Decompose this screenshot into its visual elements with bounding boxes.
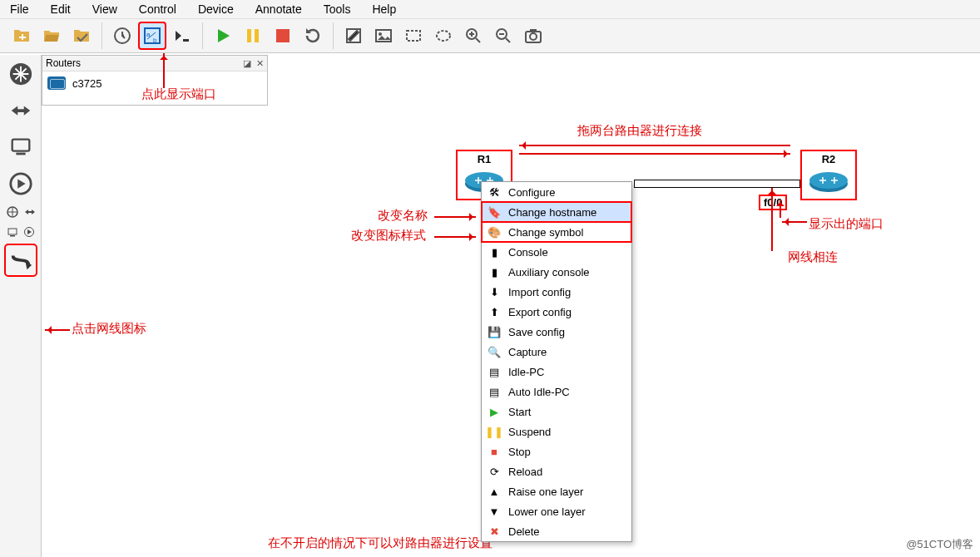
ctx-start[interactable]: ▶Start	[482, 402, 631, 421]
main-toolbar: ab	[0, 18, 980, 53]
symbol-icon: 🎨	[487, 224, 502, 239]
draw-rectangle-button[interactable]	[400, 22, 427, 49]
switches-category-button[interactable]	[5, 95, 37, 126]
menu-bar: File Edit View Control Device Annotate T…	[0, 0, 980, 18]
routers-category-button[interactable]	[5, 58, 37, 90]
layer-down-icon: ▼	[487, 504, 502, 519]
menu-tools[interactable]: Tools	[320, 2, 354, 17]
ctx-lower-layer[interactable]: ▼Lower one layer	[482, 501, 631, 521]
svg-rect-23	[10, 235, 15, 237]
ctx-auto-idle-pc[interactable]: ▤Auto Idle-PC	[482, 382, 631, 402]
watermark: @51CTO博客	[906, 537, 973, 552]
router-template-label: c3725	[72, 77, 101, 90]
menu-view[interactable]: View	[89, 2, 121, 17]
svg-point-28	[809, 172, 848, 189]
svg-point-9	[379, 32, 382, 36]
anno-change-name: 改变名称	[378, 208, 428, 224]
anno-show-port: 点此显示端口	[141, 86, 216, 102]
terminal-icon: ▮	[487, 244, 502, 259]
ctx-save-config[interactable]: 💾Save config	[482, 322, 631, 342]
svg-point-11	[437, 31, 450, 41]
menu-annotate[interactable]: Annotate	[252, 2, 305, 17]
tag-icon: 🔖	[487, 205, 502, 219]
node-r2-label: R2	[804, 153, 854, 165]
console-all-button[interactable]	[169, 22, 196, 49]
save-icon: 💾	[487, 324, 502, 339]
svg-rect-10	[407, 31, 420, 41]
panel-undock-icon[interactable]: ◪	[243, 58, 251, 69]
reload-icon: ⟳	[487, 464, 502, 479]
ctx-configure[interactable]: 🛠Configure	[482, 182, 631, 202]
ctx-aux-console[interactable]: ▮Auxiliary console	[482, 262, 631, 282]
anno-wired: 网线相连	[788, 249, 838, 265]
terminal-icon: ▮	[487, 264, 502, 279]
security-category-button[interactable]	[5, 168, 37, 200]
ctx-change-hostname[interactable]: 🔖Change hostname	[482, 202, 631, 222]
menu-edit[interactable]: Edit	[47, 2, 74, 17]
router-icon	[808, 167, 849, 194]
ctx-raise-layer[interactable]: ▲Raise one layer	[482, 481, 631, 501]
anno-click-cable: 点击网线图标	[72, 321, 146, 337]
browse-all2-button[interactable]	[22, 205, 37, 219]
browse-fw-button[interactable]	[22, 224, 37, 239]
open-project-button[interactable]	[38, 22, 65, 49]
save-project-button[interactable]	[68, 22, 95, 49]
menu-device[interactable]: Device	[195, 2, 237, 17]
snapshot-button[interactable]	[109, 22, 136, 49]
svg-point-15	[530, 33, 537, 40]
add-link-button[interactable]	[5, 244, 37, 276]
node-context-menu: 🛠Configure 🔖Change hostname 🎨Change symb…	[481, 181, 632, 542]
panel-title: Routers	[46, 57, 81, 69]
ctx-change-symbol[interactable]: 🎨Change symbol	[482, 222, 631, 242]
play-icon: ▶	[487, 404, 502, 419]
ctx-reload[interactable]: ⟳Reload	[482, 461, 631, 481]
panel-close-icon[interactable]: ✕	[256, 58, 264, 69]
zoom-out-button[interactable]	[490, 22, 517, 49]
anno-note: 在不开启的情况下可以对路由器进行设置	[268, 535, 492, 551]
browse-all-button[interactable]	[5, 205, 20, 219]
anno-shown-port: 显示出的端口	[809, 216, 883, 232]
svg-rect-19	[16, 153, 25, 155]
menu-control[interactable]: Control	[136, 2, 180, 17]
insert-image-button[interactable]	[370, 22, 397, 49]
ctx-idle-pc[interactable]: ▤Idle-PC	[482, 362, 631, 382]
menu-help[interactable]: Help	[369, 2, 399, 17]
end-devices-category-button[interactable]	[5, 131, 37, 163]
ctx-import-config[interactable]: ⬇Import config	[482, 282, 631, 302]
capture-icon: 🔍	[487, 344, 502, 359]
svg-rect-16	[530, 29, 537, 32]
node-r2[interactable]: R2	[804, 153, 854, 197]
zoom-in-button[interactable]	[460, 22, 487, 49]
cpu-icon: ▤	[487, 364, 502, 379]
ctx-console[interactable]: ▮Console	[482, 242, 631, 262]
export-icon: ⬆	[487, 304, 502, 319]
svg-rect-5	[255, 29, 259, 42]
svg-rect-4	[247, 29, 251, 42]
wrench-icon: 🛠	[487, 185, 502, 200]
browse-pc-button[interactable]	[5, 224, 20, 239]
start-all-button[interactable]	[210, 22, 236, 49]
anno-drag-connect: 拖两台路由器进行连接	[577, 123, 702, 139]
import-icon: ⬇	[487, 284, 502, 299]
pause-all-button[interactable]	[240, 22, 266, 49]
ctx-suspend[interactable]: ❚❚Suspend	[482, 421, 631, 441]
new-project-button[interactable]	[8, 22, 35, 49]
screenshot-button[interactable]	[520, 22, 547, 49]
svg-rect-6	[276, 29, 290, 42]
ctx-export-config[interactable]: ⬆Export config	[482, 302, 631, 322]
ctx-capture[interactable]: 🔍Capture	[482, 342, 631, 362]
ctx-delete[interactable]: ✖Delete	[482, 521, 631, 541]
layer-up-icon: ▲	[487, 484, 502, 499]
svg-rect-18	[12, 140, 29, 151]
add-note-button[interactable]	[340, 22, 367, 49]
delete-icon: ✖	[487, 524, 502, 539]
stop-all-button[interactable]	[270, 22, 296, 49]
draw-ellipse-button[interactable]	[430, 22, 457, 49]
show-port-labels-button[interactable]: ab	[139, 22, 166, 49]
anno-change-symbol: 改变图标样式	[351, 228, 426, 244]
node-r1-label: R1	[459, 153, 509, 165]
reload-all-button[interactable]	[299, 22, 326, 49]
menu-file[interactable]: File	[7, 2, 32, 17]
pause-icon: ❚❚	[487, 424, 502, 439]
ctx-stop[interactable]: ■Stop	[482, 441, 631, 461]
